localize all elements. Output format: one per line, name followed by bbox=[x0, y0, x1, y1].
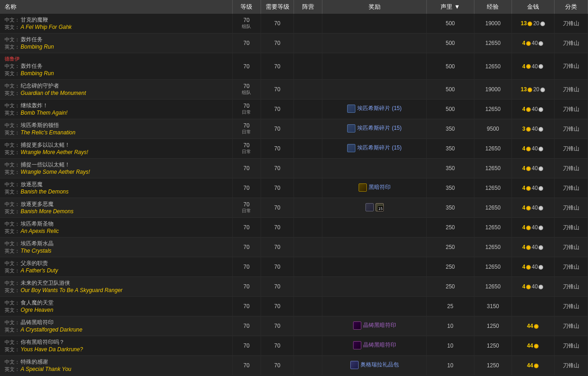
table-row[interactable]: 中文：埃匹希斯圣物 英文：An Apexis Relic 70 70 250 1… bbox=[0, 218, 588, 238]
quest-req-level: 70 bbox=[261, 178, 294, 198]
quest-en-name[interactable]: 英文：A Father's Duty bbox=[5, 267, 229, 274]
table-row[interactable]: 中文：放逐恶魔 英文：Banish the Demons 70 70 黑暗符印 … bbox=[0, 178, 588, 198]
quest-rep: 10 bbox=[427, 356, 474, 376]
col-header-faction[interactable]: 阵营 bbox=[294, 0, 322, 14]
quest-reward[interactable] bbox=[322, 257, 427, 277]
quest-req-level: 70 bbox=[261, 218, 294, 238]
quest-rep: 25 bbox=[427, 297, 474, 316]
quest-type: 刀锋山 bbox=[555, 218, 588, 238]
quest-cn-name: 中文：未来的天空卫队游侠 bbox=[5, 279, 229, 287]
table-body: 中文：甘克的魔鞭 英文：A Fel Whip For Gahk 70组队 70 … bbox=[0, 14, 588, 376]
quest-exp: 9500 bbox=[474, 119, 512, 139]
table-row[interactable]: 中文：捕捉一些以以太鳐！ 英文：Wrangle Some Aether Rays… bbox=[0, 159, 588, 178]
quest-en-name[interactable]: 英文：Wrangle More Aether Rays! bbox=[5, 149, 229, 156]
table-row[interactable]: 中文：特殊的感谢 英文：A Special Thank You 70 70 奥格… bbox=[0, 356, 588, 376]
quest-name-cell: 中文：继续轰炸！ 英文：Bomb Them Again! bbox=[0, 100, 232, 119]
quest-reward[interactable] bbox=[322, 159, 427, 178]
table-row[interactable]: 中文：埃匹希斯的顿悟 英文：The Relic's Emanation 70日常… bbox=[0, 119, 588, 139]
quest-req-level: 70 bbox=[261, 139, 294, 159]
col-header-req[interactable]: 需要等级 bbox=[261, 0, 294, 14]
table-row[interactable]: 中文：晶铸黑暗符印 英文：A Crystalforged Darkrune 70… bbox=[0, 316, 588, 336]
quest-en-name[interactable]: 英文：Guardian of the Monument bbox=[5, 90, 229, 97]
quest-en-name[interactable]: 英文：Our Boy Wants To Be A Skyguard Ranger bbox=[5, 287, 229, 294]
table-row[interactable]: 中文：轰炸任务 英文：Bombing Run 70 70 500 12650 4… bbox=[0, 33, 588, 53]
en-label: 英文： bbox=[5, 228, 20, 234]
quest-en-name[interactable]: 英文：A Fel Whip For Gahk bbox=[5, 24, 229, 31]
quest-reward[interactable]: 埃匹希斯碎片 (15) bbox=[322, 119, 427, 139]
cn-label: 中文： bbox=[5, 17, 20, 22]
quest-faction bbox=[294, 139, 322, 159]
en-label: 英文： bbox=[5, 347, 20, 352]
quest-cn-name: 中文：轰炸任务 bbox=[5, 62, 229, 70]
quest-req-level: 70 bbox=[261, 238, 294, 257]
quest-faction bbox=[294, 53, 322, 80]
quest-reward[interactable] bbox=[322, 14, 427, 33]
table-row[interactable]: 中文：放逐更多恶魔 英文：Banish More Demons 70日常 70 … bbox=[0, 198, 588, 218]
quest-reward[interactable]: 黑暗符印 bbox=[322, 178, 427, 198]
col-header-type[interactable]: 分类 bbox=[555, 0, 588, 14]
quest-reward[interactable] bbox=[322, 238, 427, 257]
quest-faction bbox=[294, 119, 322, 139]
quest-reward[interactable] bbox=[322, 53, 427, 80]
quest-reward[interactable] bbox=[322, 80, 427, 100]
cn-label: 中文： bbox=[5, 182, 20, 187]
col-header-gold[interactable]: 金钱 bbox=[512, 0, 555, 14]
quest-en-name[interactable]: 英文：Banish More Demons bbox=[5, 208, 229, 215]
table-row[interactable]: 中文：捕捉更多以以太鳐！ 英文：Wrangle More Aether Rays… bbox=[0, 139, 588, 159]
en-label: 英文： bbox=[5, 288, 20, 293]
quest-rep: 500 bbox=[427, 80, 474, 100]
quest-faction bbox=[294, 33, 322, 53]
col-header-exp[interactable]: 经验 bbox=[474, 0, 512, 14]
cn-label: 中文： bbox=[5, 320, 20, 325]
table-row[interactable]: 中文：未来的天空卫队游侠 英文：Our Boy Wants To Be A Sk… bbox=[0, 277, 588, 297]
quest-en-name[interactable]: 英文：Bomb Them Again! bbox=[5, 110, 229, 116]
quest-exp: 12650 bbox=[474, 218, 512, 238]
table-row[interactable]: 中文：父亲的职责 英文：A Father's Duty 70 70 250 12… bbox=[0, 257, 588, 277]
table-row[interactable]: 中文：甘克的魔鞭 英文：A Fel Whip For Gahk 70组队 70 … bbox=[0, 14, 588, 33]
cn-label: 中文： bbox=[5, 241, 20, 246]
quest-cn-name: 中文：埃匹希斯水晶 bbox=[5, 240, 229, 248]
quest-en-name[interactable]: 英文：An Apexis Relic bbox=[5, 228, 229, 235]
en-label: 英文： bbox=[5, 169, 20, 175]
quest-en-name[interactable]: 英文：The Crystals bbox=[5, 248, 229, 254]
quest-rep: 500 bbox=[427, 100, 474, 119]
quest-en-name[interactable]: 英文：Banish the Demons bbox=[5, 188, 229, 195]
quest-reward[interactable]: 15 bbox=[322, 198, 427, 218]
col-header-level[interactable]: 等级 bbox=[232, 0, 261, 14]
table-row[interactable]: 德鲁伊 中文：轰炸任务 英文：Bombing Run 70 70 500 126… bbox=[0, 53, 588, 80]
quest-en-name[interactable]: 英文：Bombing Run bbox=[5, 70, 229, 77]
quest-en-name[interactable]: 英文：Bombing Run bbox=[5, 44, 229, 50]
table-row[interactable]: 中文：你有黑暗符印吗？ 英文：Yous Have Da Darkrune? 70… bbox=[0, 336, 588, 356]
quest-en-name[interactable]: 英文：A Crystalforged Darkrune bbox=[5, 326, 229, 333]
col-header-rep[interactable]: 声里 ▼ bbox=[427, 0, 474, 14]
quest-reward[interactable]: 晶铸黑暗符印 bbox=[322, 316, 427, 336]
quest-level: 70组队 bbox=[232, 80, 261, 100]
col-header-reward[interactable]: 奖励 bbox=[322, 0, 427, 14]
table-row[interactable]: 中文：埃匹希斯水晶 英文：The Crystals 70 70 250 1265… bbox=[0, 238, 588, 257]
quest-reward[interactable] bbox=[322, 33, 427, 53]
quest-reward[interactable] bbox=[322, 297, 427, 316]
table-row[interactable]: 中文：继续轰炸！ 英文：Bomb Them Again! 70日常 70 埃匹希… bbox=[0, 100, 588, 119]
quest-reward[interactable] bbox=[322, 218, 427, 238]
quest-en-name[interactable]: 英文：A Special Thank You bbox=[5, 366, 229, 373]
quest-en-name[interactable]: 英文：Wrangle Some Aether Rays! bbox=[5, 169, 229, 176]
table-row[interactable]: 中文：纪念碑的守护者 英文：Guardian of the Monument 7… bbox=[0, 80, 588, 100]
quest-reward[interactable]: 奥格瑞拉礼品包 bbox=[322, 356, 427, 376]
quest-en-name[interactable]: 英文：The Relic's Emanation bbox=[5, 129, 229, 136]
cn-label: 中文： bbox=[5, 221, 20, 227]
quest-reward[interactable] bbox=[322, 277, 427, 297]
quest-gold: 1320 bbox=[512, 14, 555, 33]
quest-name-cell: 中文：轰炸任务 英文：Bombing Run bbox=[0, 33, 232, 53]
quest-rep: 500 bbox=[427, 53, 474, 80]
table-row[interactable]: 中文：食人魔的天堂 英文：Ogre Heaven 70 70 25 3150 刀… bbox=[0, 297, 588, 316]
quest-reward[interactable]: 埃匹希斯碎片 (15) bbox=[322, 100, 427, 119]
quest-en-name[interactable]: 英文：Yous Have Da Darkrune? bbox=[5, 346, 229, 353]
quest-reward[interactable]: 埃匹希斯碎片 (15) bbox=[322, 139, 427, 159]
quest-gold: 440 bbox=[512, 139, 555, 159]
quest-en-name[interactable]: 英文：Ogre Heaven bbox=[5, 307, 229, 314]
quest-reward[interactable]: 晶铸黑暗符印 bbox=[322, 336, 427, 356]
quest-gold: 440 bbox=[512, 257, 555, 277]
quest-name-cell: 中文：父亲的职责 英文：A Father's Duty bbox=[0, 257, 232, 277]
quest-rep: 500 bbox=[427, 14, 474, 33]
quest-gold: 440 bbox=[512, 159, 555, 178]
